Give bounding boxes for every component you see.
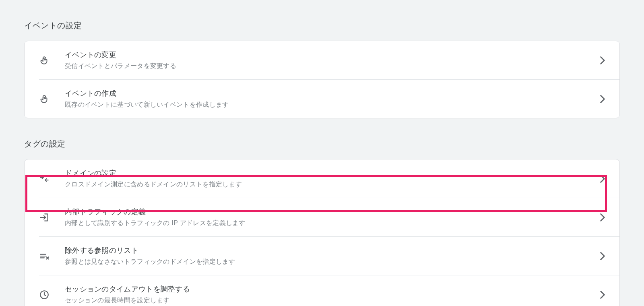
row-title: イベントの作成 bbox=[65, 89, 597, 98]
chevron-right-icon bbox=[597, 291, 608, 299]
touch-icon bbox=[39, 55, 65, 66]
row-event-modify[interactable]: イベントの変更 受信イベントとパラメータを変更する bbox=[39, 41, 619, 79]
row-desc: セッションの最長時間を設定します bbox=[65, 296, 597, 305]
touch-icon bbox=[39, 94, 65, 104]
tag-settings-card: ドメインの設定 クロスドメイン測定に含めるドメインのリストを指定します 内部トラ… bbox=[24, 159, 620, 306]
row-desc: 受信イベントとパラメータを変更する bbox=[65, 62, 597, 70]
row-event-create[interactable]: イベントの作成 既存のイベントに基づいて新しいイベントを作成します bbox=[39, 79, 619, 118]
arrows-converge-icon bbox=[39, 174, 65, 184]
exit-to-app-icon bbox=[39, 212, 65, 223]
row-session-timeout[interactable]: セッションのタイムアウトを調整する セッションの最長時間を設定します bbox=[39, 275, 619, 306]
chevron-right-icon bbox=[597, 252, 608, 260]
row-desc: 内部として識別するトラフィックの IP アドレスを定義します bbox=[65, 219, 597, 227]
row-desc: クロスドメイン測定に含めるドメインのリストを指定します bbox=[65, 180, 597, 189]
chevron-right-icon bbox=[597, 95, 608, 103]
row-internal-traffic[interactable]: 内部トラフィックの定義 内部として識別するトラフィックの IP アドレスを定義し… bbox=[39, 198, 619, 236]
row-title: 除外する参照のリスト bbox=[65, 246, 597, 255]
row-domain-config[interactable]: ドメインの設定 クロスドメイン測定に含めるドメインのリストを指定します bbox=[39, 159, 619, 198]
row-referral-exclusion[interactable]: 除外する参照のリスト 参照とは見なさないトラフィックのドメインを指定します bbox=[39, 236, 619, 275]
row-title: ドメインの設定 bbox=[65, 168, 597, 178]
clock-icon bbox=[39, 289, 65, 300]
row-title: イベントの変更 bbox=[65, 50, 597, 60]
row-desc: 参照とは見なさないトラフィックのドメインを指定します bbox=[65, 258, 597, 266]
section-title-event: イベントの設定 bbox=[24, 20, 620, 31]
row-desc: 既存のイベントに基づいて新しいイベントを作成します bbox=[65, 101, 597, 109]
list-remove-icon bbox=[39, 251, 65, 261]
row-title: 内部トラフィックの定義 bbox=[65, 207, 597, 217]
row-title: セッションのタイムアウトを調整する bbox=[65, 284, 597, 294]
chevron-right-icon bbox=[597, 175, 608, 183]
chevron-right-icon bbox=[597, 56, 608, 64]
section-title-tag: タグの設定 bbox=[24, 139, 620, 149]
chevron-right-icon bbox=[597, 213, 608, 221]
event-settings-card: イベントの変更 受信イベントとパラメータを変更する イベントの作成 既存のイベン… bbox=[24, 41, 620, 118]
